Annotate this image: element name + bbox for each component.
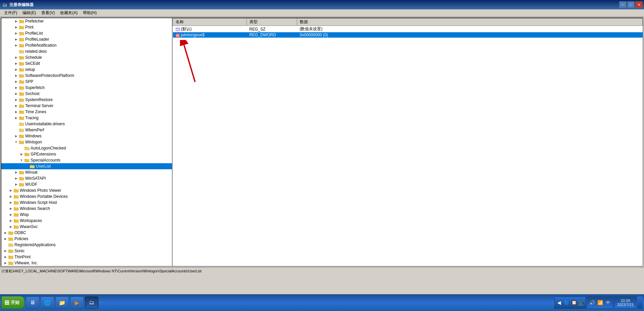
tree-item-profileloader[interactable]: ProfileLoader xyxy=(1,36,172,42)
expand-icon xyxy=(13,85,19,90)
tree-item-windowsscripthost[interactable]: Windows Script Host xyxy=(1,199,172,206)
tree-item-wwansvc[interactable]: WwanSvc xyxy=(1,224,172,230)
tree-item-specialaccounts[interactable]: SpecialAccounts xyxy=(1,157,172,163)
tree-item-thinprint[interactable]: ThinPrint xyxy=(1,254,172,260)
close-button[interactable]: ✕ xyxy=(635,1,643,8)
clock[interactable]: 22:29 2022/7/21 xyxy=(614,297,637,309)
tree-item-systemrestore[interactable]: SystemRestore xyxy=(1,97,172,103)
folder-icon xyxy=(19,31,24,36)
tree-item-setup[interactable]: setup xyxy=(1,66,172,73)
menu-favorites[interactable]: 收藏夹(A) xyxy=(57,9,80,16)
svg-rect-43 xyxy=(25,147,27,148)
tree-item-secedit[interactable]: SeCEdit xyxy=(1,60,172,66)
expand-icon xyxy=(13,18,19,24)
tree-item-policies[interactable]: Policies xyxy=(1,236,172,242)
expand-icon xyxy=(3,254,8,260)
tree-item-profilelist[interactable]: ProfileList xyxy=(1,30,172,36)
taskbar-app-ie[interactable]: 🌐 xyxy=(41,297,54,309)
expand-icon xyxy=(13,37,19,42)
reg-data-cell: 0x00000000 (0) xyxy=(297,32,643,38)
col-data: 数据 xyxy=(297,18,643,26)
tree-item-winsatapi[interactable]: WinSATAPI xyxy=(1,175,172,181)
expand-icon xyxy=(8,188,13,193)
tree-label: Winsat xyxy=(25,169,38,175)
menu-file[interactable]: 文件(F) xyxy=(1,9,20,16)
expand-icon xyxy=(13,91,19,96)
taskbar-app-explorer[interactable]: 🖥 xyxy=(26,297,39,309)
tree-item-workspaces[interactable]: Workspaces xyxy=(1,218,172,224)
tray-expand-icon[interactable]: ◀ xyxy=(556,300,562,306)
tree-label: WUDF xyxy=(25,181,37,187)
tree-item-spp[interactable]: SPP xyxy=(1,79,172,85)
tree-item-print[interactable]: Print xyxy=(1,24,172,30)
network-icon2[interactable]: 📶 xyxy=(597,300,603,306)
table-row[interactable]: 10julintongxue$ REG_DWORD 0x00000000 (0) xyxy=(173,32,643,38)
menu-edit[interactable]: 编辑(E) xyxy=(20,9,39,16)
svg-rect-65 xyxy=(14,213,16,214)
maximize-button[interactable]: □ xyxy=(627,1,635,8)
start-button[interactable]: ⊞ 开始 xyxy=(1,296,25,309)
taskbar-app-regedit[interactable]: 🗂 xyxy=(85,297,98,309)
svg-rect-47 xyxy=(25,159,27,160)
svg-rect-55 xyxy=(19,183,21,184)
tree-item-userlist[interactable]: UserList xyxy=(1,163,172,169)
clock-time: 22:29 xyxy=(621,299,630,303)
tree-item-gpextensions[interactable]: GPExtensions xyxy=(1,151,172,157)
tree-item-profilenotification[interactable]: ProfileNotification xyxy=(1,42,172,48)
folder-icon xyxy=(19,43,24,48)
tree-item-svchost[interactable]: Svchost xyxy=(1,91,172,97)
svg-rect-9 xyxy=(19,44,21,45)
tree-item-timezones[interactable]: Time Zones xyxy=(1,109,172,115)
tree-panel[interactable]: Prefetcher Print ProfileList ProfileLoad… xyxy=(1,18,173,266)
tree-item-windowsphotoviewer[interactable]: Windows Photo Viewer xyxy=(1,187,172,193)
svg-rect-7 xyxy=(19,38,21,39)
menu-view[interactable]: 查看(V) xyxy=(39,9,57,16)
volume-icon[interactable]: 🔊 xyxy=(589,300,595,306)
expand-icon xyxy=(13,133,19,139)
expand-icon xyxy=(19,151,24,157)
tree-item-terminalserver[interactable]: Terminal Server xyxy=(1,103,172,109)
expand-icon xyxy=(13,43,19,48)
svg-rect-73 xyxy=(8,237,10,238)
svg-rect-41 xyxy=(19,141,21,142)
tree-item-windowssearch[interactable]: Windows Search xyxy=(1,206,172,212)
show-desktop-button[interactable] xyxy=(637,297,643,309)
folder-icon xyxy=(13,194,19,199)
tree-item-wbemperf[interactable]: WbemPerf xyxy=(1,127,172,133)
svg-rect-1 xyxy=(19,20,21,21)
tree-item-softwareprotectionplatform[interactable]: SoftwareProtectionPlatform xyxy=(1,73,172,79)
tree-item-sonic[interactable]: Sonic xyxy=(1,248,172,254)
tree-item-related-desc[interactable]: related.desc xyxy=(1,48,172,54)
tree-item-winsat[interactable]: Winsat xyxy=(1,169,172,175)
expand-icon xyxy=(13,109,19,115)
menu-help[interactable]: 帮助(H) xyxy=(80,9,99,16)
tray-display-icon[interactable]: 📺 xyxy=(578,300,584,306)
tree-item-superfetch[interactable]: Superfetch xyxy=(1,85,172,91)
tree-item-winlogon[interactable]: Winlogon xyxy=(1,139,172,145)
tree-item-prefetcher[interactable]: Prefetcher xyxy=(1,18,172,24)
tree-label: Userinstallable.drivers xyxy=(25,121,65,127)
svg-rect-27 xyxy=(19,98,21,99)
tree-item-windowsportabledevices[interactable]: Windows Portable Devices xyxy=(1,193,172,199)
expand-icon xyxy=(8,224,13,229)
tree-item-odbc[interactable]: ODBC xyxy=(1,230,172,236)
taskbar-app-folder[interactable]: 📁 xyxy=(55,297,69,309)
tree-label: ProfileNotification xyxy=(25,42,56,48)
folder-icon: 📁 xyxy=(58,299,66,306)
tree-item-vmware[interactable]: VMware, Inc. xyxy=(1,260,172,266)
ime-icon[interactable]: 中 xyxy=(605,300,611,306)
tree-item-windows[interactable]: Windows xyxy=(1,133,172,139)
tree-item-userinstallable[interactable]: Userinstallable.drivers xyxy=(1,121,172,127)
tree-item-tracing[interactable]: Tracing xyxy=(1,115,172,121)
tray-network-icon[interactable]: 🔲 xyxy=(571,300,577,306)
tree-item-schedule[interactable]: Schedule xyxy=(1,54,172,60)
tree-item-registeredapps[interactable]: RegisteredApplications xyxy=(1,242,172,248)
tray-bluetooth-icon[interactable]: 🔵 xyxy=(563,300,569,306)
tree-item-wudf[interactable]: WUDF xyxy=(1,181,172,187)
expand-icon xyxy=(13,25,19,30)
tree-item-wisp[interactable]: Wisp xyxy=(1,212,172,218)
tree-item-autologonchecked[interactable]: AutoLogonChecked xyxy=(1,145,172,151)
minimize-button[interactable]: ─ xyxy=(619,1,627,8)
table-row[interactable]: ab(默认) REG_SZ (数值未设置) xyxy=(173,26,643,33)
taskbar-app-media[interactable]: ▶ xyxy=(70,297,84,309)
